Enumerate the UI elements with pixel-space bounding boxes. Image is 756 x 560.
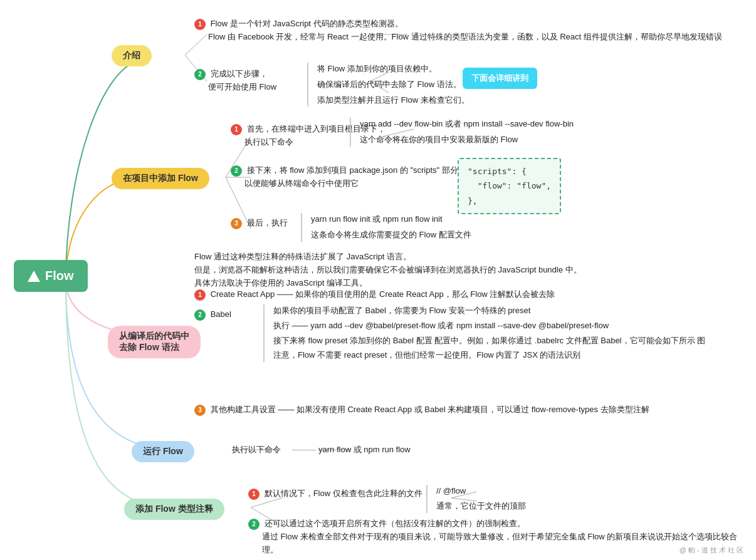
num1-ann: 1	[248, 489, 260, 500]
run-flow-cmd: yarn flow 或 npm run flow	[318, 443, 411, 457]
root-label: Flow	[45, 269, 74, 283]
annotation-item1: 1 默认情况下，Flow 仅检查包含此注释的文件：	[248, 487, 431, 500]
babel-sub-items: 如果你的项目手动配置了 Babel，你需要为 Flow 安装一个特殊的 pres…	[263, 304, 705, 362]
run-flow-text: 执行以下命令	[232, 443, 281, 457]
num-circle-1: 1	[194, 19, 206, 30]
add-flow-item3: 3 最后，执行	[231, 217, 288, 230]
num2-add: 2	[231, 165, 242, 177]
num2-remove: 2	[194, 309, 206, 321]
annotation-item1-sub: // @flow 通常，它位于文件的顶部	[426, 485, 526, 513]
num1-add: 1	[231, 124, 242, 135]
highlight-detail: 下面会详细讲到	[463, 68, 537, 89]
add-flow-item1-sub: yarn add --dev flow-bin 或者 npm install -…	[350, 118, 574, 147]
annotation-item2: 2 还可以通过这个选项开启所有文件（包括没有注解的文件）的强制检查。 通过 Fl…	[248, 517, 750, 556]
run-flow-line1	[292, 450, 316, 450]
root-node: Flow	[14, 260, 88, 292]
branch-add-flow: 在项目中添加 Flow	[112, 168, 209, 189]
num-circle-2-intro: 2	[194, 69, 206, 80]
remove-flow-intro: Flow 通过这种类型注释的特殊语法扩展了 JavaScript 语言。 但是，…	[194, 251, 582, 289]
intro-item1: 1 Flow 是一个针对 JavaScript 代码的静态类型检测器。 Flow…	[194, 18, 722, 44]
branch-remove-flow: 从编译后的代码中 去除 Flow 语法	[108, 326, 201, 358]
remove-flow-item2-label: 2 Babel	[194, 308, 231, 321]
branch-run-flow: 运行 Flow	[132, 441, 194, 462]
triangle-icon	[28, 271, 40, 282]
code-box-scripts: "scripts": { "flow": "flow", },	[458, 158, 561, 214]
remove-flow-item1: 1 Create React App —— 如果你的项目使用的是 Create …	[194, 288, 555, 301]
remove-flow-item3: 3 其他构建工具设置 —— 如果没有使用 Create React App 或 …	[194, 403, 649, 417]
footer: @ 帕 - 道 技 术 社 区	[680, 546, 743, 555]
branch-add-annotations: 添加 Flow 类型注释	[124, 499, 224, 520]
add-flow-item2: 2 接下来，将 flow 添加到项目 package.json 的 "scrip…	[231, 164, 466, 190]
intro-item2: 2 完成以下步骤， 便可开始使用 Flow	[194, 68, 276, 94]
num1-remove: 1	[194, 289, 206, 301]
branch-intro: 介绍	[112, 45, 152, 66]
add-flow-item3-sub: yarn run flow init 或 npm run flow init 这…	[301, 213, 471, 242]
num3-add: 3	[231, 218, 242, 229]
mind-map: Flow 介绍 1 Flow 是一个针对 JavaScript 代码的静态类型检…	[0, 0, 756, 560]
num3-remove: 3	[194, 405, 206, 416]
num2-ann: 2	[248, 519, 260, 530]
intro-sub-items: 将 Flow 添加到你的项目依赖中。 确保编译后的代码中去除了 Flow 语法。…	[307, 63, 470, 106]
